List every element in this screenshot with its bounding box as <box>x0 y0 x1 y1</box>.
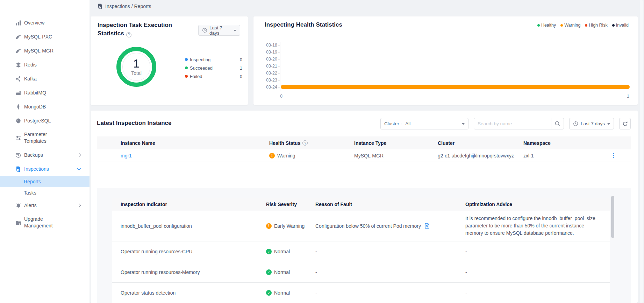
sidebar-item-parameter-templates[interactable]: Parameter Templates <box>0 128 90 148</box>
check-circle-icon <box>266 249 272 254</box>
report-detail-icon[interactable] <box>424 223 430 229</box>
instance-name-link[interactable]: mgr1 <box>121 153 132 158</box>
health-chart-row: 03-18 <box>263 42 629 49</box>
row-actions-menu[interactable] <box>611 152 616 160</box>
folder-gear-icon <box>15 220 21 226</box>
sidebar-nav: Overview MySQL-PXC MySQL-MGR Redis Kafka… <box>0 0 90 233</box>
sidebar-item-mysql-pxc[interactable]: MySQL-PXC <box>0 30 90 44</box>
sidebar-item-redis[interactable]: Redis <box>0 58 90 72</box>
sidebar-item-upgrade-management[interactable]: Upgrade Management <box>0 212 90 233</box>
health-status-badge: Warning <box>269 153 354 158</box>
caret-down-icon <box>462 123 465 126</box>
sidebar-item-mysql-mgr[interactable]: MySQL-MGR <box>0 44 90 58</box>
sidebar-item-inspections[interactable]: Inspections <box>0 162 90 176</box>
legend-dot <box>537 24 540 27</box>
page-scrollbar[interactable] <box>640 0 643 303</box>
dolphin-icon <box>15 34 21 40</box>
sidebar-item-tasks[interactable]: Tasks <box>0 187 90 198</box>
task-stats-title: Inspection Task Execution Statistics? <box>98 21 183 38</box>
search-icon[interactable] <box>551 118 564 129</box>
risk-severity-badge: Normal <box>266 269 315 275</box>
legend-item-inspecting[interactable]: Inspecting 0 <box>185 55 242 64</box>
x-tick-min: 0 <box>280 94 282 99</box>
sidebar-item-overview[interactable]: Overview <box>0 16 90 30</box>
col-reason-of-fault: Reason of Fault <box>315 202 465 207</box>
health-chart-rows: 03-1803-1903-2003-2103-2203-2303-24 <box>263 42 629 91</box>
health-stats-card: Inspecting Health Statistics Healthy War… <box>253 16 638 105</box>
legend-item-warning[interactable]: Warning <box>560 23 580 28</box>
sidebar-item-mongodb[interactable]: MongoDB <box>0 100 90 114</box>
detail-table: Inspection Indicator Risk Severity Reaso… <box>112 198 610 303</box>
date-range-value: Last 7 days <box>581 121 605 126</box>
date-range-select[interactable]: Last 7 days <box>569 118 614 129</box>
risk-severity-badge: Early Warning <box>266 223 315 229</box>
refresh-button[interactable] <box>619 118 631 129</box>
alarm-icon <box>15 203 21 209</box>
sidebar-item-alerts[interactable]: Alerts <box>0 198 90 212</box>
clock-icon <box>202 28 207 33</box>
instance-filters: Cluster : All Last 7 days <box>380 118 631 129</box>
legend-item-invalid[interactable]: Invalid <box>612 23 629 28</box>
detail-row: Operator running resources-Memory Normal… <box>112 262 610 283</box>
help-icon[interactable]: ? <box>302 140 308 146</box>
inspection-instance-card: Latest Inspection Instance Cluster : All… <box>91 111 638 303</box>
col-inspection-indicator: Inspection Indicator <box>112 202 266 207</box>
caret-down-icon <box>607 123 610 126</box>
sidebar-item-backups[interactable]: Backups <box>0 148 90 162</box>
sidebar-item-postgresql[interactable]: PostgreSQL <box>0 114 90 128</box>
sidebar: Overview MySQL-PXC MySQL-MGR Redis Kafka… <box>0 0 90 303</box>
health-chart-row: 03-20 <box>263 56 629 63</box>
leaf-icon <box>15 104 21 110</box>
col-risk-severity: Risk Severity <box>266 202 315 207</box>
instance-row: mgr1 Warning MySQL-MGR g2-c1-abcdefghijk… <box>97 149 631 162</box>
y-tick-label: 03-24 <box>263 85 277 90</box>
legend-count: 1 <box>240 65 242 71</box>
task-range-select[interactable]: Last 7 days <box>198 25 240 36</box>
col-instance-name: Instance Name <box>121 140 269 146</box>
sliders-icon <box>15 135 21 141</box>
legend-item-succeeded[interactable]: Succeeded 1 <box>185 64 242 72</box>
bar-chart-icon <box>15 20 21 26</box>
health-chart-row: 03-21 <box>263 63 629 70</box>
col-health-status: Health Status? <box>269 140 354 146</box>
legend-dot <box>185 66 188 69</box>
risk-severity-badge: Normal <box>266 290 315 296</box>
breadcrumb[interactable]: Inspections / Reports <box>97 3 151 9</box>
layers-icon <box>15 62 21 68</box>
legend-item-high-risk[interactable]: High Risk <box>585 23 608 28</box>
x-tick-max: 1 <box>627 94 629 99</box>
caret-down-icon <box>234 30 236 33</box>
y-tick-label: 03-18 <box>263 43 277 48</box>
namespace-value: zxl-1 <box>523 153 608 158</box>
legend-item-failed[interactable]: Failed 0 <box>185 72 242 80</box>
legend-item-healthy[interactable]: Healthy <box>537 23 556 28</box>
col-optimization-advice: Optimization Advice <box>465 202 610 207</box>
detail-scrollbar-thumb[interactable] <box>611 196 614 238</box>
col-instance-type: Instance Type <box>354 140 438 146</box>
search-input[interactable] <box>474 118 551 129</box>
cluster-select[interactable]: Cluster : All <box>380 118 468 129</box>
chevron-right-icon <box>77 203 81 207</box>
inspection-icon <box>97 3 103 9</box>
health-chart-row: 03-23 <box>263 77 629 84</box>
legend-dot <box>585 24 587 27</box>
instance-type-value: MySQL-MGR <box>354 153 438 158</box>
task-donut-chart: 1 Total <box>116 47 156 87</box>
detail-table-header: Inspection Indicator Risk Severity Reaso… <box>112 198 610 211</box>
risk-severity-badge: Normal <box>266 249 315 254</box>
legend-dot <box>612 24 615 27</box>
warning-circle-icon <box>269 153 275 158</box>
chevron-down-icon <box>77 166 81 170</box>
health-chart-row: 03-22 <box>263 70 629 77</box>
network-icon <box>15 76 21 82</box>
health-chart-row: 03-19 <box>263 49 629 56</box>
search-box <box>474 118 564 129</box>
sidebar-item-kafka[interactable]: Kafka <box>0 72 90 86</box>
help-icon[interactable]: ? <box>126 32 131 37</box>
health-chart-row: 03-24 <box>263 84 629 91</box>
sidebar-item-rabbitmq[interactable]: RabbitMQ <box>0 86 90 100</box>
sidebar-item-reports[interactable]: Reports <box>0 176 90 187</box>
health-bar-chart: 03-1803-1903-2003-2103-2203-2303-24 0 1 <box>263 42 629 99</box>
cluster-select-label: Cluster : <box>384 121 402 126</box>
restore-icon <box>15 152 21 158</box>
